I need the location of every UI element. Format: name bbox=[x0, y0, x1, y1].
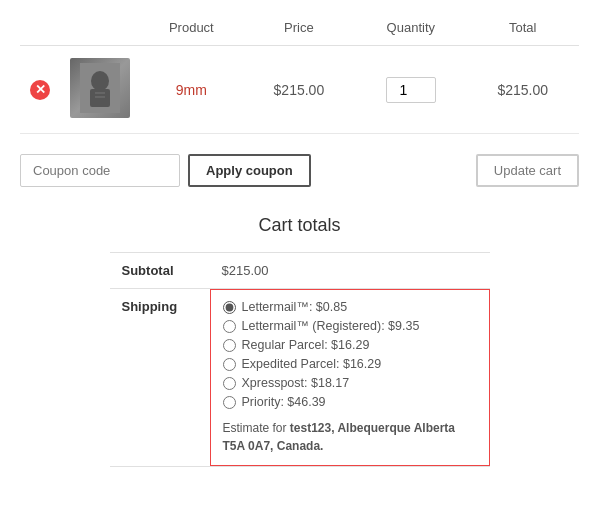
list-item: Expedited Parcel: $16.29 bbox=[223, 357, 477, 371]
shipping-options-cell: Lettermail™: $0.85 Lettermail™ (Register… bbox=[210, 289, 490, 467]
list-item: Lettermail™: $0.85 bbox=[223, 300, 477, 314]
shipping-label: Shipping bbox=[110, 289, 210, 467]
shipping-radio-3[interactable] bbox=[223, 358, 236, 371]
col-product-header: Product bbox=[140, 10, 243, 46]
shipping-radio-2[interactable] bbox=[223, 339, 236, 352]
shipping-options-list: Lettermail™: $0.85 Lettermail™ (Register… bbox=[223, 300, 477, 409]
coupon-left: Apply coupon bbox=[20, 154, 311, 187]
quantity-input[interactable] bbox=[386, 77, 436, 103]
table-row: ✕ 9mm bbox=[20, 46, 579, 134]
list-item: Priority: $46.39 bbox=[223, 395, 477, 409]
shipping-box: Lettermail™: $0.85 Lettermail™ (Register… bbox=[210, 289, 490, 466]
thumbnail-cell bbox=[60, 46, 140, 134]
list-item: Lettermail™ (Registered): $9.35 bbox=[223, 319, 477, 333]
totals-table: Subtotal $215.00 Shipping Lettermail™: $… bbox=[110, 252, 490, 467]
cart-totals: Cart totals Subtotal $215.00 Shipping Le… bbox=[110, 215, 490, 467]
shipping-radio-5[interactable] bbox=[223, 396, 236, 409]
col-total-header: Total bbox=[467, 10, 579, 46]
remove-item-button[interactable]: ✕ bbox=[30, 80, 50, 100]
coupon-row: Apply coupon Update cart bbox=[20, 150, 579, 191]
row-total: $215.00 bbox=[497, 82, 548, 98]
cart-totals-title: Cart totals bbox=[110, 215, 490, 236]
shipping-radio-4[interactable] bbox=[223, 377, 236, 390]
shipping-row: Shipping Lettermail™: $0.85 Lettermail™ … bbox=[110, 289, 490, 467]
shipping-option-label-4: Xpresspost: $18.17 bbox=[242, 376, 350, 390]
shipping-option-label-5: Priority: $46.39 bbox=[242, 395, 326, 409]
update-cart-button[interactable]: Update cart bbox=[476, 154, 579, 187]
svg-point-1 bbox=[91, 71, 109, 91]
apply-coupon-button[interactable]: Apply coupon bbox=[188, 154, 311, 187]
thumbnail-image bbox=[70, 58, 130, 118]
shipping-estimate: Estimate for test123, Albequerque Albert… bbox=[223, 419, 477, 455]
list-item: Regular Parcel: $16.29 bbox=[223, 338, 477, 352]
col-remove-header bbox=[20, 10, 60, 46]
col-thumb-header bbox=[60, 10, 140, 46]
coupon-input[interactable] bbox=[20, 154, 180, 187]
subtotal-value: $215.00 bbox=[210, 253, 490, 289]
product-thumbnail bbox=[70, 58, 130, 118]
cart-table: Product Price Quantity Total ✕ bbox=[20, 10, 579, 134]
remove-cell: ✕ bbox=[20, 46, 60, 134]
list-item: Xpresspost: $18.17 bbox=[223, 376, 477, 390]
price-cell: $215.00 bbox=[243, 46, 355, 134]
shipping-option-label-0: Lettermail™: $0.85 bbox=[242, 300, 348, 314]
col-quantity-header: Quantity bbox=[355, 10, 466, 46]
subtotal-row: Subtotal $215.00 bbox=[110, 253, 490, 289]
shipping-radio-0[interactable] bbox=[223, 301, 236, 314]
product-name-cell: 9mm bbox=[140, 46, 243, 134]
quantity-cell bbox=[355, 46, 466, 134]
product-name: 9mm bbox=[176, 82, 207, 98]
subtotal-label: Subtotal bbox=[110, 253, 210, 289]
col-price-header: Price bbox=[243, 10, 355, 46]
shipping-radio-1[interactable] bbox=[223, 320, 236, 333]
product-price: $215.00 bbox=[274, 82, 325, 98]
svg-rect-2 bbox=[90, 89, 110, 107]
shipping-option-label-3: Expedited Parcel: $16.29 bbox=[242, 357, 382, 371]
total-cell: $215.00 bbox=[467, 46, 579, 134]
shipping-option-label-1: Lettermail™ (Registered): $9.35 bbox=[242, 319, 420, 333]
shipping-option-label-2: Regular Parcel: $16.29 bbox=[242, 338, 370, 352]
